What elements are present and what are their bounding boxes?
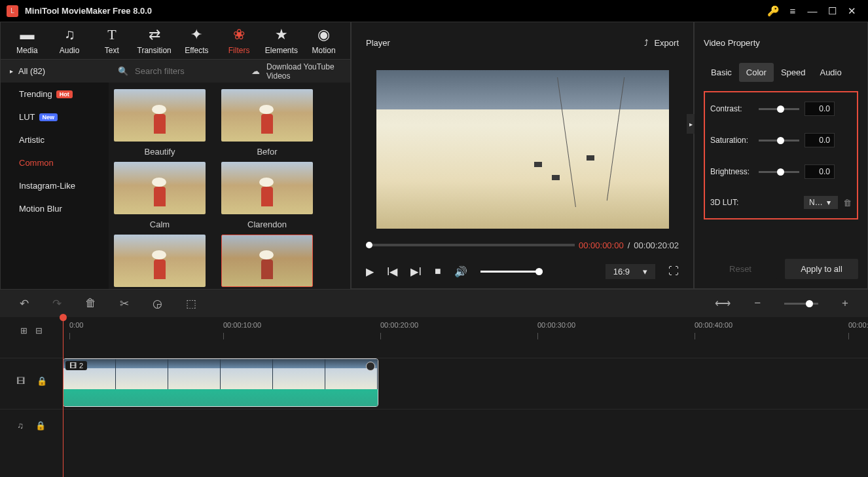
- preview-area: [352, 63, 693, 236]
- crop-button[interactable]: ⬚: [186, 297, 196, 311]
- redo-button[interactable]: ↷: [52, 297, 62, 311]
- chevron-down-icon: ▾: [643, 267, 647, 277]
- saturation-value[interactable]: 0.0: [805, 133, 835, 147]
- brightness-slider[interactable]: [759, 171, 799, 173]
- zoom-slider[interactable]: [784, 303, 818, 305]
- trash-icon[interactable]: 🗑: [843, 198, 852, 208]
- fit-button[interactable]: ⟷: [715, 297, 731, 311]
- apply-all-button[interactable]: Apply to all: [785, 259, 858, 279]
- tab-media[interactable]: ▬Media: [6, 22, 48, 59]
- contrast-row: Contrast: 0.0: [710, 102, 852, 116]
- filter-sidebar: All (82) TrendingHot LUTNew Artistic Com…: [1, 60, 109, 327]
- timeline-panel: ↶ ↷ 🗑 ✂ ◶ ⬚ ⟷ − + ⊞ ⊟ 0:00 00:00:10:00 0…: [0, 289, 868, 477]
- video-clip[interactable]: 🎞2: [63, 358, 378, 407]
- lock-icon[interactable]: 🔒: [35, 421, 46, 430]
- lock-icon[interactable]: 🔒: [37, 376, 47, 386]
- saturation-slider[interactable]: [759, 140, 799, 142]
- filter-calm[interactable]: Calm: [114, 162, 206, 229]
- clip-badge: 🎞2: [65, 361, 87, 370]
- search-bar: 🔍 ☁ Download YouTube Videos: [109, 60, 350, 83]
- zoom-in-button[interactable]: +: [842, 297, 848, 310]
- tab-color[interactable]: Color: [739, 63, 774, 82]
- video-property-panel: ▸ Video Property Basic Color Speed Audio…: [694, 22, 868, 289]
- player-panel: Player ⤴ Export 00:00:00:00 / 00:00:20:0…: [351, 22, 694, 289]
- media-toolbar: ▬Media ♫Audio TText ⇄Transition ✦Effects…: [0, 22, 351, 60]
- brightness-value[interactable]: 0.0: [805, 164, 835, 179]
- search-input[interactable]: [135, 66, 245, 76]
- tab-text[interactable]: TText: [91, 22, 134, 59]
- undo-button[interactable]: ↶: [20, 297, 29, 311]
- close-button[interactable]: ✕: [842, 1, 861, 21]
- audio-track: ♫ 🔒: [0, 409, 868, 442]
- lut-row: 3D LUT: N…▾ 🗑: [710, 196, 852, 209]
- contrast-value[interactable]: 0.0: [805, 102, 835, 116]
- menu-icon[interactable]: ≡: [783, 1, 803, 21]
- video-preview: [376, 70, 669, 229]
- props-title: Video Property: [695, 22, 867, 63]
- clip-waveform: [63, 389, 378, 407]
- play-button[interactable]: ▶: [366, 265, 374, 278]
- tab-filters[interactable]: ❀Filters: [218, 22, 261, 59]
- brightness-row: Brightness: 0.0: [710, 164, 852, 179]
- key-icon[interactable]: 🔑: [763, 1, 783, 21]
- clip-fx-indicator: [366, 362, 375, 371]
- volume-icon[interactable]: 🔊: [454, 265, 467, 278]
- sidebar-item-motionblur[interactable]: Motion Blur: [1, 197, 109, 220]
- stop-button[interactable]: ■: [435, 265, 441, 277]
- tab-transition[interactable]: ⇄Transition: [133, 22, 175, 59]
- audio-track-icon: ♫: [17, 421, 24, 430]
- split-button[interactable]: ✂: [120, 297, 129, 311]
- filter-clarendon[interactable]: Clarendon: [221, 162, 313, 229]
- sidebar-head-all[interactable]: All (82): [1, 60, 109, 83]
- current-time: 00:00:00:00: [579, 240, 624, 250]
- tab-speed[interactable]: Speed: [774, 63, 813, 82]
- color-controls-highlight: Contrast: 0.0 Saturation: 0.0 Brightness…: [704, 91, 858, 219]
- sidebar-item-artistic[interactable]: Artistic: [1, 128, 109, 151]
- export-icon: ⤴: [644, 38, 649, 48]
- app-title: MiniTool MovieMaker Free 8.0.0: [25, 6, 152, 16]
- saturation-row: Saturation: 0.0: [710, 133, 852, 147]
- total-duration: 00:00:20:02: [634, 240, 679, 250]
- zoom-out-button[interactable]: −: [754, 297, 761, 310]
- titlebar: L MiniTool MovieMaker Free 8.0.0 🔑 ≡ — ☐…: [0, 0, 868, 22]
- tab-audio[interactable]: ♫Audio: [48, 22, 91, 59]
- search-icon: 🔍: [118, 66, 128, 76]
- aspect-select[interactable]: 16:9▾: [606, 264, 655, 279]
- video-track-icon: 🎞: [16, 376, 25, 386]
- maximize-button[interactable]: ☐: [822, 1, 842, 21]
- video-track: 🎞 🔒 🎞2: [0, 358, 868, 404]
- chevron-down-icon: ▾: [827, 198, 831, 207]
- lut-select[interactable]: N…▾: [804, 196, 838, 209]
- contrast-slider[interactable]: [759, 108, 799, 110]
- fullscreen-button[interactable]: ⛶: [668, 265, 679, 277]
- export-button[interactable]: ⤴ Export: [644, 38, 679, 48]
- add-track-icon[interactable]: ⊞: [20, 326, 27, 335]
- next-button[interactable]: ▶I: [410, 265, 421, 278]
- filter-before[interactable]: Befor: [221, 89, 313, 157]
- app-logo: L: [7, 5, 18, 17]
- tab-effects[interactable]: ✦Effects: [175, 22, 218, 59]
- playhead[interactable]: [63, 317, 63, 477]
- panel-expand-toggle[interactable]: ▸: [687, 114, 695, 134]
- tab-audio-prop[interactable]: Audio: [812, 63, 848, 82]
- sidebar-item-instagram[interactable]: Instagram-Like: [1, 174, 109, 197]
- prev-button[interactable]: I◀: [387, 265, 397, 278]
- sidebar-item-trending[interactable]: TrendingHot: [1, 83, 109, 105]
- sidebar-item-common[interactable]: Common: [1, 151, 109, 174]
- delete-button[interactable]: 🗑: [85, 297, 96, 310]
- reset-button[interactable]: Reset: [704, 259, 777, 279]
- minimize-button[interactable]: —: [803, 1, 822, 21]
- progress-bar[interactable]: [366, 244, 575, 246]
- tab-motion[interactable]: ◉Motion: [302, 22, 345, 59]
- download-youtube-link[interactable]: Download YouTube Videos: [266, 62, 341, 81]
- speed-button[interactable]: ◶: [153, 297, 162, 311]
- filter-beautify[interactable]: Beautify: [114, 89, 206, 157]
- remove-track-icon[interactable]: ⊟: [35, 326, 43, 335]
- player-title: Player: [366, 38, 390, 48]
- sidebar-item-lut[interactable]: LUTNew: [1, 105, 109, 128]
- volume-slider[interactable]: [480, 271, 543, 273]
- time-ruler[interactable]: ⊞ ⊟ 0:00 00:00:10:00 00:00:20:00 00:00:3…: [0, 317, 868, 343]
- player-controls: ▶ I◀ ▶I ■ 🔊 16:9▾ ⛶: [352, 254, 693, 288]
- tab-elements[interactable]: ★Elements: [261, 22, 303, 59]
- tab-basic[interactable]: Basic: [704, 63, 739, 82]
